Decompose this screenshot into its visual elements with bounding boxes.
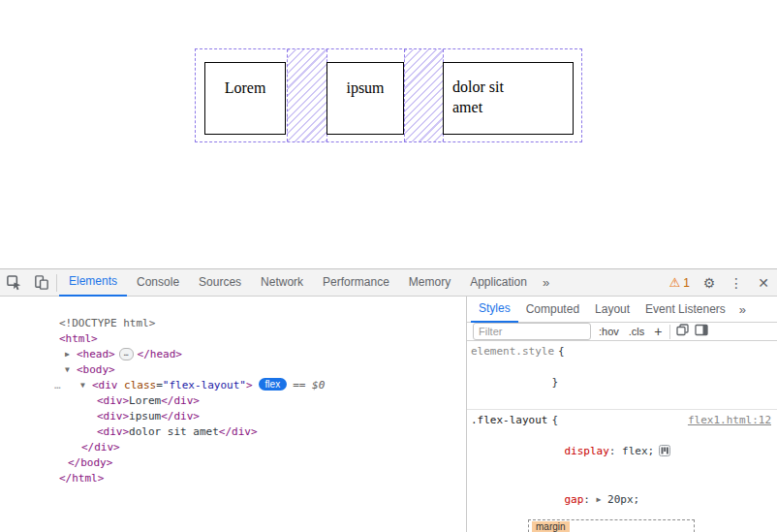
flex-item-lorem: Lorem [204,62,286,135]
warning-counter[interactable]: ⚠ 1 [664,275,696,290]
styles-filter-input[interactable] [473,323,591,340]
open-brace: { [551,413,558,428]
property-name: gap [564,493,583,506]
node-text: dolor sit amet [129,425,219,438]
tag-text: </div> [81,441,120,454]
flex-badge[interactable]: flex [259,378,288,391]
flex-gap-hatch [287,49,327,141]
tab-event-listeners[interactable]: Event Listeners [637,297,733,323]
toggle-computed-sidebar-icon[interactable] [695,324,708,339]
attr-name: class [117,379,156,391]
collapse-arrow-icon[interactable]: ▶ [65,347,77,362]
devtools-body: <!DOCTYPE html> <html> ▶<head>…</head> ▼… [0,297,777,532]
flex-gap-hatch [404,49,444,141]
colon: : [609,445,622,457]
tag-text: </div> [161,394,200,407]
filter-bar-separator [669,325,670,339]
selected-node-hint: == $0 [293,379,325,391]
tab-sources[interactable]: Sources [189,269,251,297]
attr-value: "flex-layout" [163,379,246,391]
semicolon: ; [648,445,655,457]
tag-text: <body> [77,363,115,376]
expand-arrow-icon[interactable]: ▼ [80,378,92,393]
inspect-element-icon[interactable] [0,269,27,297]
rule-element-style[interactable]: element.style { } [467,341,777,410]
attr-equals: = [156,379,163,391]
toggle-element-classes-button[interactable]: .cls [627,326,647,337]
toggle-pseudo-state-button[interactable]: :hov [597,326,621,337]
node-menu-ellipsis[interactable]: … [54,378,80,393]
device-toolbar-icon[interactable] [27,269,54,297]
doctype-text: <!DOCTYPE html> [59,317,155,329]
tab-performance[interactable]: Performance [313,269,399,297]
selector-text: .flex-layout [471,413,547,428]
copy-styles-icon[interactable] [676,324,689,339]
styles-tabbar: Styles Computed Layout Event Listeners » [467,297,777,323]
colon: : [583,493,596,506]
open-brace: { [558,344,565,360]
box-model-margin-label: margin [532,521,570,532]
new-style-rule-button[interactable]: + [652,324,664,339]
tab-memory[interactable]: Memory [399,269,460,297]
selector-text: element.style [471,344,554,360]
property-name: display [564,445,608,457]
settings-gear-icon[interactable]: ⚙ [696,269,723,297]
tab-network[interactable]: Network [251,269,313,297]
devtools-toolbar: Elements Console Sources Network Perform… [0,269,777,297]
tag-text: <html> [59,332,98,345]
flex-item-dolor: dolor sit amet [443,62,574,135]
rule-flex-layout[interactable]: .flex-layout { flex1.html:12 display: fl… [467,410,777,532]
split-panel-glyph [695,324,708,336]
tag-text: </div> [219,425,258,438]
more-tabs-icon[interactable]: » [537,275,555,290]
tab-application[interactable]: Application [460,269,537,297]
styles-sidebar: Styles Computed Layout Event Listeners »… [466,297,777,532]
box-model-margin-box[interactable]: margin [528,519,695,532]
tag-text: </head> [138,348,182,360]
close-devtools-icon[interactable]: ✕ [750,269,777,297]
flex-editor-glyph [659,445,670,456]
more-style-tabs-icon[interactable]: » [733,302,752,317]
styles-filter-bar: :hov .cls + [467,323,777,341]
tab-console[interactable]: Console [127,269,189,297]
warning-icon: ⚠ [669,275,681,290]
tag-text: > [246,379,253,391]
tag-text: </html> [59,472,104,485]
semicolon: ; [634,493,640,506]
node-text: ipsum [129,410,161,422]
css-property[interactable]: display: flex; [471,428,773,477]
warning-count: 1 [683,276,690,290]
device-toolbar-glyph [33,274,49,291]
tab-computed[interactable]: Computed [518,297,587,323]
tag-text: <div> [97,394,129,407]
tag-text: </body> [68,456,112,469]
kebab-menu-icon[interactable]: ⋮ [723,269,750,297]
tag-text: </div> [161,410,200,422]
dom-doctype[interactable]: <!DOCTYPE html> [0,300,466,316]
tab-elements[interactable]: Elements [59,269,127,297]
rendered-page: Lorem ipsum dolor sit amet [0,0,777,268]
property-value: 20px [607,493,634,506]
property-value: flex [622,445,648,457]
style-rules-list: element.style { } .flex-layout { flex1.h… [467,341,777,532]
inspect-element-glyph [6,274,22,291]
tag-text: <div> [97,410,129,422]
css-property[interactable]: gap: ▶ 20px; [471,477,773,523]
collapsed-content-ellipsis[interactable]: … [119,348,134,360]
flex-container-overlay: Lorem ipsum dolor sit amet [195,48,582,142]
tab-layout[interactable]: Layout [587,297,637,323]
tag-text: <div [92,379,118,391]
tag-text: <div> [97,425,129,438]
flex-editor-icon[interactable] [659,445,670,461]
tag-text: <head> [77,348,115,360]
expand-arrow-icon[interactable]: ▼ [65,362,77,378]
toolbar-separator [56,274,57,292]
tab-styles[interactable]: Styles [471,297,518,323]
flex-item-ipsum: ipsum [326,62,404,135]
close-brace: } [551,376,558,389]
copy-glyph [676,324,689,336]
devtools-panel: Elements Console Sources Network Perform… [0,268,777,532]
node-text: Lorem [129,394,161,407]
dom-tree: <!DOCTYPE html> <html> ▶<head>…</head> ▼… [0,297,466,532]
stylesheet-source-link[interactable]: flex1.html:12 [688,413,773,428]
